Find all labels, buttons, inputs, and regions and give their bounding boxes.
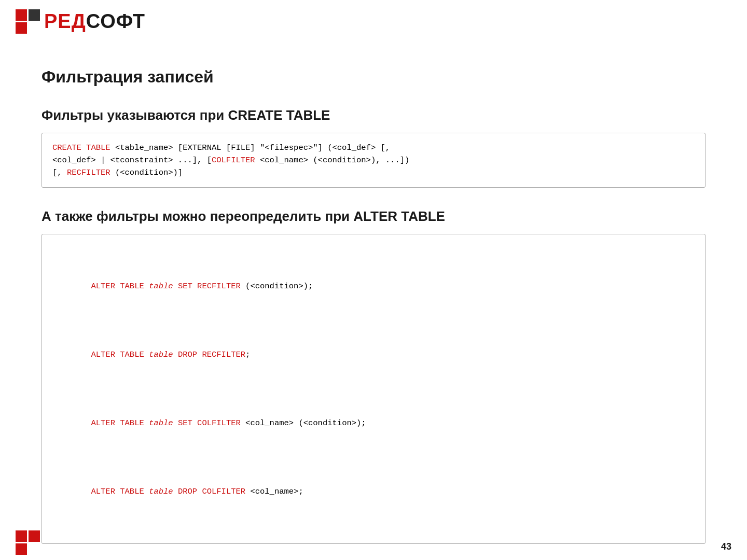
alter-kw-1: ALTER TABLE	[91, 282, 144, 291]
alter-table-italic-3: table	[144, 418, 173, 428]
alter-line-3: ALTER TABLE table SET COLFILTER <col_nam…	[52, 404, 695, 442]
page-title: Фильтрация записей	[42, 67, 706, 87]
logo-black-text: СОФТ	[86, 10, 145, 32]
alter-rest-4b: <col_name>;	[245, 487, 303, 496]
alter-rest-3b: <col_name> (<condition>);	[241, 418, 366, 428]
section1-heading: Фильтры указываются при CREATE TABLE	[42, 107, 706, 123]
alter-kw-2: ALTER TABLE	[91, 350, 144, 359]
alter-table-italic-2: table	[144, 350, 173, 359]
logo-red-text: РЕД	[44, 10, 86, 32]
logo-sq-bottom-left	[16, 22, 27, 34]
section2: А также фильтры можно переопределить при…	[42, 208, 706, 544]
alter-table-italic-4: table	[144, 487, 173, 496]
recfilter-kw1: RECFILTER	[67, 168, 110, 177]
section2-heading-keyword: ALTER TABLE	[353, 208, 445, 224]
alter-rest-1b: (<condition>);	[241, 282, 313, 291]
section2-heading-prefix: А также фильтры можно переопределить при	[42, 208, 353, 224]
alter-rest-2	[173, 350, 178, 359]
alter-table-italic-1: table	[144, 282, 173, 291]
logo-sq-bottom-right	[29, 22, 40, 34]
footer-squares	[16, 530, 40, 555]
colfilter-kw1: COLFILTER	[212, 156, 255, 165]
footer-sq-top-left	[16, 530, 27, 542]
logo-text: РЕДСОФТ	[44, 10, 145, 33]
create-table-kw: CREATE TABLE	[52, 143, 110, 152]
section1-heading-keyword: CREATE TABLE	[228, 107, 330, 123]
drop-colfilter-kw: DROP COLFILTER	[178, 487, 245, 496]
alter-line-1: ALTER TABLE table SET RECFILTER (<condit…	[52, 268, 695, 305]
drop-recfilter-kw: DROP RECFILTER	[178, 350, 245, 359]
section1-code-block: CREATE TABLE <table_name> [EXTERNAL [FIL…	[42, 133, 706, 188]
logo-squares	[16, 9, 40, 34]
alter-rest-3	[173, 418, 178, 428]
logo: РЕДСОФТ	[16, 9, 145, 34]
footer: 43	[0, 524, 747, 560]
alter-line-4: ALTER TABLE table DROP COLFILTER <col_na…	[52, 473, 695, 510]
page-number: 43	[721, 541, 731, 555]
logo-sq-top-right	[29, 9, 40, 21]
alter-rest-4	[173, 487, 178, 496]
alter-rest-2b: ;	[245, 350, 250, 359]
alter-rest-1	[173, 282, 178, 291]
set-colfilter-kw: SET COLFILTER	[178, 418, 241, 428]
set-recfilter-kw-1: SET RECFILTER	[178, 282, 241, 291]
alter-kw-4: ALTER TABLE	[91, 487, 144, 496]
section1-heading-prefix: Фильтры указываются при	[42, 107, 228, 123]
recfilter-rest1: (<condition>)]	[110, 168, 183, 177]
footer-sq-bottom-right	[29, 543, 40, 555]
section2-code-block: ALTER TABLE table SET RECFILTER (<condit…	[42, 234, 706, 544]
section2-heading: А также фильтры можно переопределить при…	[42, 208, 706, 225]
footer-sq-bottom-left	[16, 543, 27, 555]
alter-kw-3: ALTER TABLE	[91, 418, 144, 428]
logo-sq-top-left	[16, 9, 27, 21]
alter-line-2: ALTER TABLE table DROP RECFILTER;	[52, 336, 695, 373]
footer-sq-top-right	[29, 530, 40, 542]
main-content: Фильтрация записей Фильтры указываются п…	[42, 67, 706, 560]
